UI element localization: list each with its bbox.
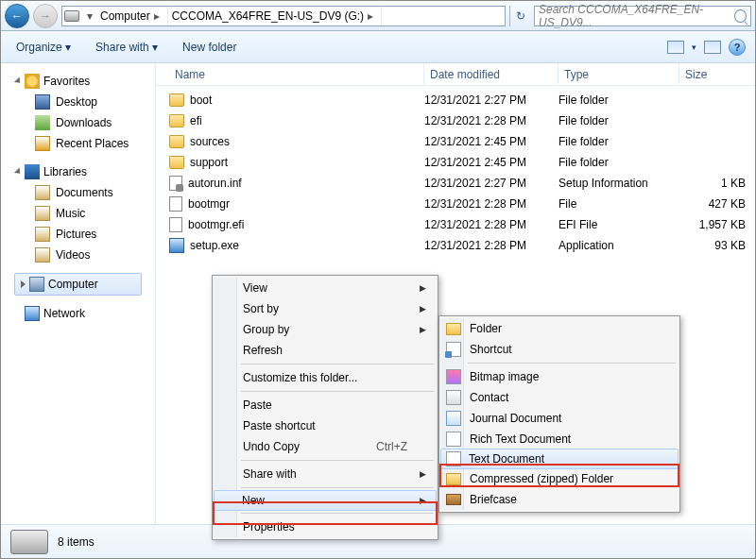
breadcrumb-seg-drive[interactable]: CCCOMA_X64FRE_EN-US_DV9 (G:)▸	[168, 7, 382, 25]
submenu-arrow-icon: ▶	[420, 283, 426, 293]
nav-group-label: Favorites	[43, 75, 90, 88]
file-name: setup.exe	[190, 239, 239, 252]
file-row[interactable]: efi12/31/2021 2:28 PMFile folder	[156, 110, 755, 131]
nav-item-pictures[interactable]: Pictures	[10, 224, 146, 245]
nav-item-documents[interactable]: Documents	[10, 182, 146, 203]
menu-item-sort-by[interactable]: Sort by▶	[215, 298, 436, 319]
menu-item-refresh[interactable]: Refresh	[215, 340, 436, 361]
context-submenu-new[interactable]: FolderShortcutBitmap imageContactJournal…	[438, 315, 680, 513]
network-icon	[25, 306, 40, 321]
column-headers[interactable]: Name Date modified Type Size	[156, 63, 755, 86]
menu-item-group-by[interactable]: Group by▶	[215, 319, 436, 340]
nav-forward-button[interactable]: →	[33, 4, 58, 28]
libraries-icon	[25, 164, 40, 179]
column-size[interactable]: Size	[679, 63, 755, 85]
nav-item-recent-places[interactable]: Recent Places	[10, 133, 146, 154]
folder-icon	[169, 114, 184, 127]
nav-item-label: Recent Places	[56, 137, 129, 150]
organize-button[interactable]: Organize ▾	[10, 37, 77, 58]
help-icon[interactable]: ?	[729, 39, 746, 56]
view-dropdown[interactable]: ▾	[692, 42, 696, 52]
address-bar: ← → ▾ Computer▸ CCCOMA_X64FRE_EN-US_DV9 …	[1, 1, 755, 31]
menu-item-undo-copy[interactable]: Undo CopyCtrl+Z	[215, 436, 436, 457]
folder-icon	[169, 156, 184, 169]
menu-item-paste-shortcut[interactable]: Paste shortcut	[215, 415, 436, 436]
file-row[interactable]: setup.exe12/31/2021 2:28 PMApplication93…	[156, 235, 755, 256]
menu-item-share-with[interactable]: Share with▶	[215, 464, 436, 484]
file-row[interactable]: sources12/31/2021 2:45 PMFile folder	[156, 131, 755, 152]
menu-item-paste[interactable]: Paste	[215, 395, 436, 415]
file-date: 12/31/2021 2:28 PM	[424, 218, 558, 231]
breadcrumb-seg-computer[interactable]: Computer▸	[96, 7, 168, 25]
file-date: 12/31/2021 2:45 PM	[424, 156, 558, 169]
breadcrumb-root-dropdown[interactable]: ▾	[83, 9, 96, 23]
menu-item-properties[interactable]: Properties	[215, 517, 436, 537]
file-row[interactable]: autorun.inf12/31/2021 2:27 PMSetup Infor…	[156, 173, 755, 194]
file-date: 12/31/2021 2:28 PM	[424, 197, 558, 211]
file-type: File folder	[558, 93, 679, 107]
ini-icon	[169, 176, 182, 191]
nav-libraries-header[interactable]: Libraries	[10, 161, 146, 182]
brf-icon	[446, 494, 461, 505]
file-row[interactable]: boot12/31/2021 2:27 PMFile folder	[156, 90, 755, 110]
nav-favorites-header[interactable]: Favorites	[10, 71, 146, 92]
menu-label: Sort by	[243, 302, 279, 315]
search-icon	[734, 9, 747, 23]
file-row[interactable]: bootmgr12/31/2021 2:28 PMFile427 KB	[156, 194, 755, 214]
file-name: bootmgr.efi	[188, 218, 244, 231]
menu-item-customize-this-folder[interactable]: Customize this folder...	[215, 367, 436, 388]
menu-item-view[interactable]: View▶	[215, 278, 436, 298]
submenu-arrow-icon: ▶	[420, 496, 426, 505]
menu-item-bitmap-image[interactable]: Bitmap image	[441, 366, 678, 387]
nav-item-label: Music	[56, 207, 85, 220]
menu-item-rich-text-document[interactable]: Rich Text Document	[441, 429, 678, 449]
search-input[interactable]: Search CCCOMA_X64FRE_EN-US_DV9...	[534, 6, 751, 26]
recent-places-icon	[35, 136, 50, 151]
file-type: File folder	[558, 114, 679, 127]
menu-item-text-document[interactable]: Text Document	[440, 449, 679, 469]
downloads-icon	[35, 115, 50, 130]
context-menu[interactable]: View▶Sort by▶Group by▶RefreshCustomize t…	[212, 275, 438, 540]
pictures-icon	[35, 227, 50, 242]
column-type[interactable]: Type	[558, 63, 679, 85]
nav-back-button[interactable]: ←	[5, 4, 29, 28]
nav-item-music[interactable]: Music	[10, 203, 146, 224]
nav-item-downloads[interactable]: Downloads	[10, 112, 146, 133]
file-size: 427 KB	[679, 197, 755, 211]
menu-item-compressed-zipped-folder[interactable]: Compressed (zipped) Folder	[441, 468, 678, 489]
file-type: File	[558, 197, 679, 211]
menu-item-briefcase[interactable]: Briefcase	[441, 489, 678, 510]
menu-item-journal-document[interactable]: Journal Document	[441, 408, 678, 429]
file-date: 12/31/2021 2:27 PM	[424, 177, 558, 190]
menu-label: Paste shortcut	[243, 419, 316, 432]
new-folder-button[interactable]: New folder	[177, 37, 242, 58]
refresh-button[interactable]: ↻	[509, 6, 530, 26]
nav-item-label: Desktop	[56, 95, 97, 109]
nav-computer-header[interactable]: Computer	[14, 273, 142, 296]
file-type: EFI File	[558, 218, 679, 231]
menu-label: Bitmap image	[470, 370, 539, 383]
file-type: Setup Information	[558, 177, 679, 190]
menu-item-folder[interactable]: Folder	[441, 318, 678, 339]
column-date[interactable]: Date modified	[424, 63, 558, 85]
share-with-button[interactable]: Share with ▾	[90, 37, 163, 58]
column-name[interactable]: Name	[169, 63, 424, 85]
file-row[interactable]: support12/31/2021 2:45 PMFile folder	[156, 152, 755, 173]
file-icon	[169, 196, 182, 212]
file-row[interactable]: bootmgr.efi12/31/2021 2:28 PMEFI File1,9…	[156, 214, 755, 235]
preview-pane-icon[interactable]	[704, 41, 721, 54]
file-name: support	[190, 156, 228, 169]
nav-network-header[interactable]: Network	[10, 303, 146, 324]
nav-item-videos[interactable]: Videos	[10, 245, 146, 265]
folder-icon	[169, 135, 184, 148]
file-date: 12/31/2021 2:27 PM	[424, 93, 558, 107]
nav-item-desktop[interactable]: Desktop	[10, 92, 146, 112]
exe-icon	[169, 238, 184, 253]
view-icon[interactable]	[667, 41, 684, 54]
menu-item-shortcut[interactable]: Shortcut	[441, 339, 678, 360]
menu-item-contact[interactable]: Contact	[441, 387, 678, 408]
txt-icon	[446, 451, 461, 466]
breadcrumb[interactable]: ▾ Computer▸ CCCOMA_X64FRE_EN-US_DV9 (G:)…	[61, 6, 506, 26]
menu-item-new[interactable]: New▶	[214, 490, 437, 511]
menu-label: Group by	[243, 323, 289, 336]
